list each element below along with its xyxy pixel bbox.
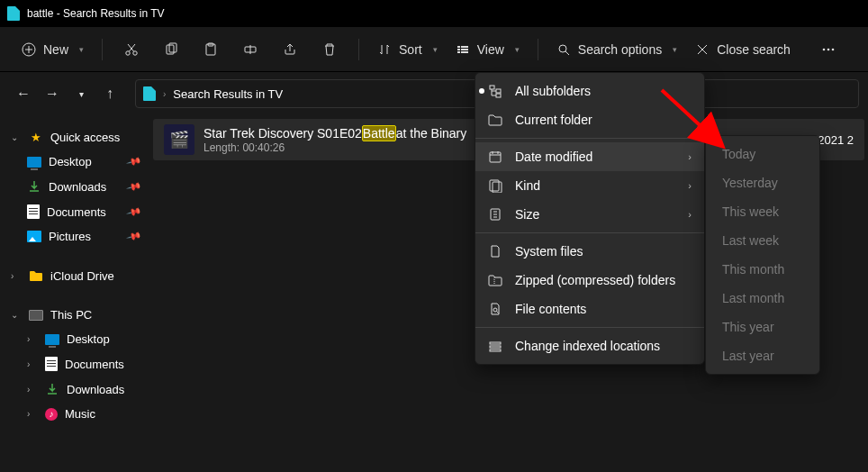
title-prefix: Star Trek Discovery S01E02 bbox=[203, 126, 362, 141]
svg-point-25 bbox=[493, 308, 497, 312]
svg-rect-11 bbox=[461, 46, 468, 48]
size-icon bbox=[488, 207, 502, 222]
menu-current-folder[interactable]: Current folder bbox=[475, 105, 704, 134]
search-highlight: Battle bbox=[362, 125, 396, 141]
search-options-button[interactable]: Search options ▾ bbox=[547, 37, 686, 62]
sidebar-label: Pictures bbox=[49, 230, 91, 243]
svg-rect-27 bbox=[490, 346, 501, 348]
delete-button[interactable] bbox=[310, 37, 349, 62]
pictures-icon bbox=[27, 231, 41, 242]
sort-button[interactable]: Sort ▾ bbox=[368, 37, 447, 62]
pc-icon bbox=[29, 310, 43, 321]
location-icon bbox=[143, 86, 156, 101]
submenu-this-year[interactable]: This year bbox=[706, 313, 819, 341]
svg-rect-10 bbox=[457, 51, 460, 53]
paste-button[interactable] bbox=[191, 37, 231, 62]
menu-file-contents[interactable]: File contents bbox=[475, 295, 704, 323]
download-icon bbox=[45, 382, 59, 396]
menu-label: All subfolders bbox=[515, 84, 591, 98]
chevron-right-icon: › bbox=[27, 359, 38, 369]
svg-point-1 bbox=[126, 50, 130, 54]
chevron-down-icon: ⌄ bbox=[11, 132, 22, 142]
submenu-today[interactable]: Today bbox=[706, 140, 819, 168]
cut-button[interactable] bbox=[112, 37, 151, 62]
svg-point-15 bbox=[823, 48, 826, 50]
address-text: Search Results in TV bbox=[173, 87, 283, 101]
sort-icon bbox=[377, 42, 392, 57]
submenu-last-week[interactable]: Last week bbox=[706, 226, 819, 255]
sidebar-icloud[interactable]: › iCloud Drive bbox=[0, 263, 149, 288]
sidebar-label: Music bbox=[65, 407, 95, 421]
close-search-button[interactable]: Close search bbox=[686, 37, 800, 62]
sidebar-downloads-pc[interactable]: › Downloads bbox=[0, 377, 149, 402]
menu-system-files[interactable]: System files bbox=[475, 237, 704, 266]
copy-button[interactable] bbox=[151, 37, 191, 62]
back-button[interactable]: ← bbox=[9, 79, 38, 108]
sidebar-desktop[interactable]: Desktop 📌 bbox=[0, 150, 149, 174]
desktop-icon bbox=[45, 334, 59, 345]
forward-button[interactable]: → bbox=[38, 79, 67, 108]
menu-size[interactable]: Size › bbox=[475, 200, 704, 229]
folder-icon bbox=[29, 268, 43, 283]
toolbar: New ▾ Sort ▾ View ▾ Search options ▾ Clo… bbox=[0, 27, 868, 72]
submenu-this-week[interactable]: This week bbox=[706, 197, 819, 226]
contents-icon bbox=[488, 302, 502, 316]
window-title: battle - Search Results in TV bbox=[27, 7, 165, 20]
desktop-icon bbox=[27, 157, 41, 168]
sidebar-this-pc[interactable]: ⌄ This PC bbox=[0, 303, 149, 327]
chevron-right-icon: › bbox=[27, 385, 38, 395]
nav-bar: ← → ▾ ↑ › Search Results in TV bbox=[0, 72, 868, 115]
nav-dropdown[interactable]: ▾ bbox=[67, 79, 95, 108]
sidebar-pictures[interactable]: Pictures 📌 bbox=[0, 224, 149, 249]
menu-all-subfolders[interactable]: All subfolders bbox=[475, 77, 704, 105]
sidebar-documents-pc[interactable]: › Documents bbox=[0, 351, 149, 377]
sidebar-label: Documents bbox=[47, 205, 106, 219]
submenu-yesterday[interactable]: Yesterday bbox=[706, 168, 819, 197]
chevron-right-icon: › bbox=[163, 89, 166, 99]
sidebar-desktop-pc[interactable]: › Desktop bbox=[0, 327, 149, 351]
menu-label: Change indexed locations bbox=[515, 339, 660, 353]
new-button[interactable]: New ▾ bbox=[13, 37, 93, 62]
menu-label: Zipped (compressed) folders bbox=[515, 273, 675, 287]
menu-zipped[interactable]: Zipped (compressed) folders bbox=[475, 266, 704, 295]
menu-change-indexed[interactable]: Change indexed locations bbox=[475, 331, 704, 360]
rename-button[interactable] bbox=[231, 37, 270, 62]
submenu-this-month[interactable]: This month bbox=[706, 255, 819, 284]
documents-icon bbox=[45, 357, 58, 371]
sidebar-label: Downloads bbox=[49, 180, 106, 194]
sidebar-music[interactable]: › ♪ Music bbox=[0, 402, 149, 426]
view-button[interactable]: View ▾ bbox=[447, 37, 529, 62]
sidebar-documents[interactable]: Documents 📌 bbox=[0, 199, 149, 224]
sidebar-label: Desktop bbox=[67, 332, 110, 346]
chevron-right-icon: › bbox=[688, 151, 692, 162]
submenu-last-month[interactable]: Last month bbox=[706, 284, 819, 313]
up-button[interactable]: ↑ bbox=[95, 79, 124, 108]
sidebar-quick-access[interactable]: ⌄ ★ Quick access bbox=[0, 124, 149, 150]
separator bbox=[358, 39, 359, 60]
length-value: 00:40:26 bbox=[242, 141, 285, 154]
submenu-last-year[interactable]: Last year bbox=[706, 341, 819, 370]
search-options-label: Search options bbox=[578, 42, 662, 57]
menu-date-modified[interactable]: Date modified › bbox=[475, 142, 704, 171]
kind-icon bbox=[488, 178, 502, 193]
chevron-right-icon: › bbox=[11, 271, 22, 281]
date-modified-submenu: Today Yesterday This week Last week This… bbox=[705, 135, 820, 375]
more-button[interactable] bbox=[809, 37, 848, 62]
menu-separator bbox=[475, 232, 704, 233]
length-label: Length: bbox=[203, 141, 240, 154]
share-button[interactable] bbox=[270, 37, 310, 62]
svg-rect-28 bbox=[490, 349, 501, 351]
chevron-right-icon: › bbox=[688, 180, 692, 191]
menu-kind[interactable]: Kind › bbox=[475, 171, 704, 200]
chevron-down-icon: ▾ bbox=[515, 45, 520, 54]
svg-rect-18 bbox=[490, 86, 494, 89]
svg-rect-13 bbox=[461, 51, 468, 53]
sidebar-label: iCloud Drive bbox=[50, 269, 114, 283]
sidebar-downloads[interactable]: Downloads 📌 bbox=[0, 174, 149, 199]
pin-icon: 📌 bbox=[126, 228, 143, 244]
svg-point-17 bbox=[832, 48, 835, 50]
title-bar: battle - Search Results in TV bbox=[0, 0, 868, 27]
subfolders-icon bbox=[488, 84, 502, 98]
close-icon bbox=[695, 42, 710, 57]
menu-label: File contents bbox=[515, 302, 586, 316]
